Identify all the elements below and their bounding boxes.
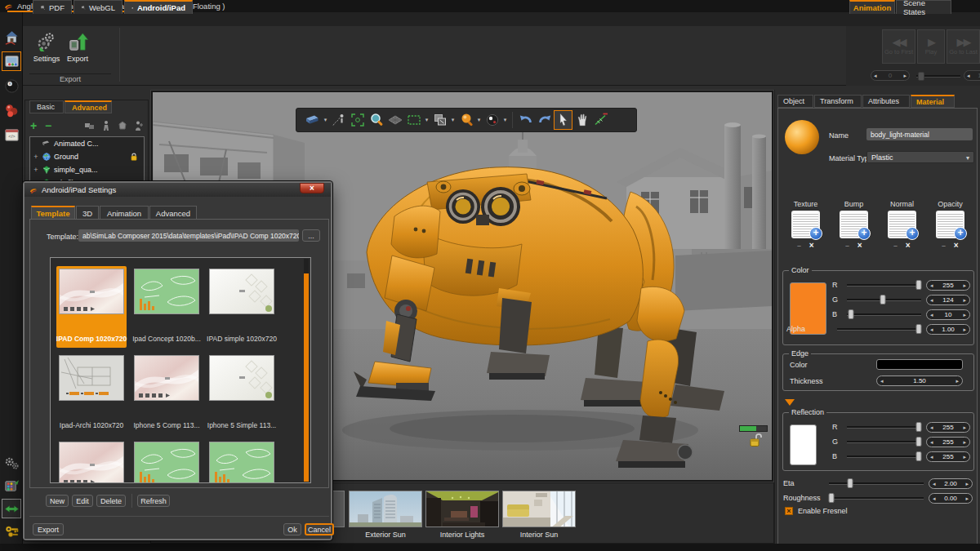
undo-icon[interactable] [516,110,535,130]
redo-icon[interactable] [535,110,554,130]
spinner-left-arrow[interactable] [930,297,933,303]
spinner-right-arrow[interactable] [956,378,959,384]
texture-map-button[interactable] [791,211,820,238]
reflection-swatch[interactable] [790,424,817,465]
spinner-left-arrow[interactable] [930,424,933,430]
render-mode-dropdown[interactable] [501,117,509,123]
measure-tool-icon[interactable] [591,110,610,130]
spinner-right-arrow[interactable] [963,327,966,332]
template-card[interactable]: Ipad-Archi 1020x720 [56,353,127,434]
template-card[interactable]: Iphone 5 Comp 113... [131,353,202,434]
template-card[interactable]: IPAD simple 1020x720 [207,266,277,348]
sync-update-icon[interactable] [2,499,21,518]
spinner-left-arrow[interactable] [967,73,970,78]
color-r-spinner[interactable]: 255 [926,280,970,291]
go-to-first-button[interactable]: ◀◀ Go to First [882,29,915,64]
camera-unlock-icon[interactable] [747,432,764,448]
eta-slider-handle[interactable] [847,478,853,488]
spinner-right-arrow[interactable] [903,73,906,78]
simulation-icon[interactable] [2,100,21,120]
capture-view-icon[interactable] [430,110,449,130]
play-button[interactable]: ▶ Play [917,29,945,64]
roughness-slider-handle[interactable] [829,493,835,503]
render-ball-icon[interactable]: 8 [2,76,21,96]
expander-icon[interactable]: + [33,166,39,174]
add-map-icon[interactable] [809,227,822,240]
template-card[interactable]: Ipad Concept 1020b... [131,266,202,348]
template-grid[interactable]: Iphone 5 Simple 113...Iphone 5 Comp 113.… [50,257,311,483]
add-map-icon[interactable] [954,227,967,240]
remove-icon[interactable] [43,121,53,131]
eta-spinner[interactable]: 2.00 [929,478,973,489]
enable-fresnel-checkbox[interactable] [785,507,793,515]
alpha-slider-handle[interactable] [915,324,921,334]
ok-button[interactable]: Ok [283,523,301,535]
tree-item[interactable]: Animated C... [30,137,144,150]
spinner-left-arrow[interactable] [933,481,936,487]
share-export-icon[interactable] [2,51,21,71]
map-dropdown-icon[interactable] [797,242,800,249]
reflection-g-slider[interactable] [847,441,921,443]
edge-thickness-spinner[interactable]: 1.50 [876,375,963,386]
dialog-tab-3d[interactable]: 3D [76,206,99,220]
zoom-to-selection-icon[interactable] [348,110,367,130]
delete-button[interactable]: Delete [96,495,126,507]
script-editor-icon[interactable]: </> [2,125,21,144]
select-tool-icon[interactable] [554,110,572,130]
tab-animation[interactable]: Animation [849,0,895,14]
roughness-slider[interactable] [829,497,924,500]
show-avatar-icon[interactable] [100,120,112,131]
slider-handle[interactable] [916,422,922,432]
template-grid-scrollbar[interactable] [304,259,309,482]
remove-map-icon[interactable] [954,241,959,250]
reflection-b-slider[interactable] [847,455,921,458]
color-b-slider[interactable] [847,313,921,316]
spinner-right-arrow[interactable] [963,312,966,318]
spinner-right-arrow[interactable] [963,424,966,430]
light-probe-icon[interactable] [457,110,475,130]
normal-map-button[interactable] [888,211,916,238]
roughness-spinner[interactable]: 0.00 [929,493,973,504]
spinner-left-arrow[interactable] [880,378,884,384]
spinner-right-arrow[interactable] [965,481,969,487]
spinner-right-arrow[interactable] [965,495,969,501]
template-card[interactable] [207,439,277,483]
tab-android-ipad[interactable]: Android/iPad [124,0,193,14]
object-library-icon[interactable] [2,476,21,495]
bump-map-button[interactable] [840,211,868,238]
template-card[interactable]: Iphone 5 Simple 113... [207,353,277,434]
map-dropdown-icon[interactable] [845,242,849,249]
opacity-map-button[interactable] [936,211,964,238]
map-dropdown-icon[interactable] [893,242,897,249]
tab-material[interactable]: Material [911,95,955,108]
pan-tool-icon[interactable] [572,110,591,130]
alpha-slider[interactable] [837,328,921,331]
new-button[interactable]: New [46,495,69,507]
selection-rectangle-icon[interactable] [404,110,423,130]
dialog-titlebar[interactable]: Android/iPad Settings [24,183,331,197]
reflection-b-spinner[interactable]: 255 [926,451,970,462]
reflection-expander-icon[interactable] [785,399,795,406]
dialog-export-button[interactable]: Export [33,523,64,535]
spinner-left-arrow[interactable] [930,454,933,460]
frame-slider-handle[interactable] [918,72,924,81]
expander-icon[interactable]: + [33,153,39,161]
scene-state-partial-thumb[interactable] [333,491,345,527]
dialog-tab-template[interactable]: Template [31,206,75,220]
refresh-button[interactable]: Refresh [137,495,170,507]
settings-gears-icon[interactable] [2,453,21,473]
capture-view-dropdown[interactable] [449,117,457,123]
dialog-close-button[interactable] [300,183,324,193]
scene-state-thumbnail[interactable] [349,491,422,527]
template-path-field[interactable]: ab\SimLab Composer 2015\data\templates\i… [78,229,299,242]
tab-pdf[interactable]: PDF [33,0,72,14]
slider-handle[interactable] [916,437,922,447]
scene-state-thumbnail[interactable] [425,491,499,527]
tab-scene-states[interactable]: Scene States [896,0,951,14]
color-g-spinner[interactable]: 124 [926,295,970,305]
browse-button[interactable]: ... [302,229,320,242]
alpha-spinner[interactable]: 1.00 [926,324,970,335]
geometry-icon[interactable] [117,120,128,131]
view-camera-icon[interactable] [303,110,322,130]
spinner-left-arrow[interactable] [930,312,933,318]
